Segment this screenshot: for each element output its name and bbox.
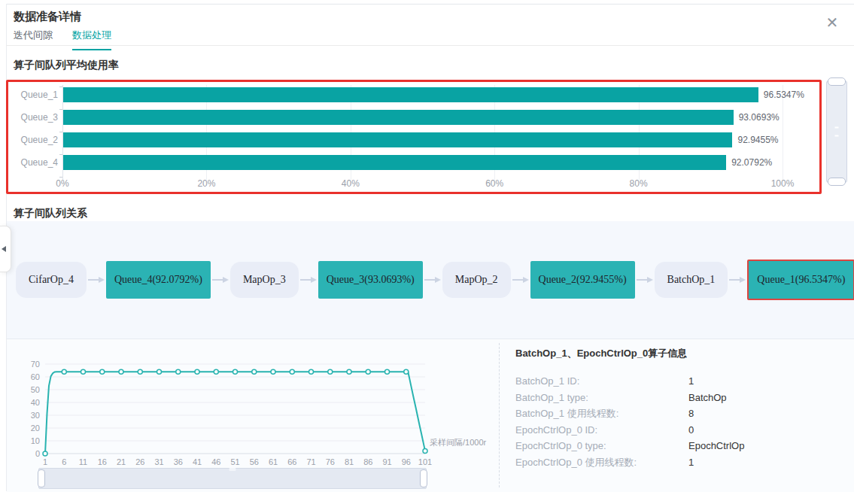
line-chart-y-tick-label: 30 xyxy=(31,411,40,420)
flow-node-queue[interactable]: Queue_3(93.0693%) xyxy=(318,261,423,299)
bar[interactable] xyxy=(63,110,734,125)
tab-data-processing[interactable]: 数据处理 xyxy=(72,29,111,50)
line-chart-x-tick-label: 46 xyxy=(211,457,220,466)
bar[interactable] xyxy=(63,87,758,102)
info-row-label: EpochCtrlOp_0 ID: xyxy=(515,422,688,439)
line-marker[interactable] xyxy=(81,369,86,374)
tab-bar: 迭代间隙 数据处理 xyxy=(14,29,111,50)
datazoom-handle-bottom[interactable] xyxy=(828,178,846,186)
line-chart-x-tick-label: 86 xyxy=(363,457,372,466)
bar-chart-x-tick-label: 100% xyxy=(771,178,795,189)
flow-node-operator[interactable]: CifarOp_4 xyxy=(16,262,87,298)
line-marker[interactable] xyxy=(195,369,199,374)
line-chart-x-tick-label: 76 xyxy=(326,457,335,466)
flow-node-operator[interactable]: BatchOp_1 xyxy=(655,262,728,298)
bar-category-label: Queue_3 xyxy=(10,110,58,125)
bar-chart-tick xyxy=(59,87,62,87)
bar-chart-x-tick-label: 40% xyxy=(342,178,360,189)
tab-bar-divider xyxy=(6,45,854,46)
info-row: BatchOp_1 使用线程数:8 xyxy=(515,405,846,422)
bar-chart-tick xyxy=(59,109,62,110)
line-series[interactable] xyxy=(45,372,425,454)
tab-iteration-gap[interactable]: 迭代间隙 xyxy=(14,29,53,50)
line-chart-y-tick-label: 70 xyxy=(31,360,40,369)
line-marker[interactable] xyxy=(252,369,257,374)
line-chart-axis-name: 采样间隔/1000r xyxy=(430,437,486,448)
flow-node-operator[interactable]: MapOp_2 xyxy=(442,262,511,298)
info-panel-title: BatchOp_1、EpochCtrlOp_0算子信息 xyxy=(515,347,846,360)
bar-category-label: Queue_2 xyxy=(10,132,58,147)
line-marker[interactable] xyxy=(119,369,123,374)
collapse-handle[interactable] xyxy=(0,226,11,272)
queue-usage-bar-chart: Queue_196.5347%Queue_393.0693%Queue_292.… xyxy=(6,80,822,194)
datazoom-handle-top[interactable] xyxy=(828,77,846,86)
bar-value-label: 92.0792% xyxy=(731,155,772,170)
line-chart-x-tick-label: 1 xyxy=(43,457,47,466)
line-chart-x-tick-label: 31 xyxy=(154,457,163,466)
data-prep-dialog: 数据准备详情 ✕ 迭代间隙 数据处理 算子间队列平均使用率 Queue_196.… xyxy=(0,0,854,504)
bar-value-label: 93.0693% xyxy=(739,110,780,125)
line-chart-y-tick-label: 20 xyxy=(31,424,40,433)
line-marker[interactable] xyxy=(138,369,142,374)
bar-chart-x-tick-label: 60% xyxy=(485,178,503,189)
line-chart-x-tick-label: 26 xyxy=(135,457,144,466)
info-row-value: BatchOp xyxy=(688,390,727,406)
line-chart-y-tick-label: 50 xyxy=(31,385,40,394)
flow-arrow-icon xyxy=(637,277,653,283)
line-chart-x-tick-label: 21 xyxy=(117,457,126,466)
line-marker[interactable] xyxy=(62,369,66,374)
flow-node-queue[interactable]: Queue_4(92.0792%) xyxy=(106,261,211,299)
bar-chart-tick xyxy=(59,132,62,132)
line-chart-x-tick-label: 61 xyxy=(269,457,278,466)
line-chart-y-tick-label: 40 xyxy=(31,398,40,407)
line-marker[interactable] xyxy=(271,369,275,374)
page-title: 数据准备详情 xyxy=(14,10,81,24)
datazoom-handle-left[interactable] xyxy=(38,469,45,487)
line-marker[interactable] xyxy=(328,369,333,374)
operator-info-panel: BatchOp_1、EpochCtrlOp_0算子信息 BatchOp_1 ID… xyxy=(515,339,846,470)
line-marker[interactable] xyxy=(233,369,238,374)
info-row-label: BatchOp_1 使用线程数: xyxy=(515,405,688,422)
info-row: EpochCtrlOp_0 使用线程数:1 xyxy=(515,454,846,471)
line-chart-x-tick-label: 66 xyxy=(287,457,296,466)
info-row: EpochCtrlOp_0 ID:0 xyxy=(515,422,846,439)
line-chart-x-tick-label: 81 xyxy=(345,457,354,466)
info-row-label: BatchOp_1 type: xyxy=(515,390,688,406)
line-marker[interactable] xyxy=(309,369,314,374)
line-chart-x-tick-label: 16 xyxy=(98,457,107,466)
line-chart-x-tick-label: 71 xyxy=(306,457,315,466)
queue-usage-title: 算子间队列平均使用率 xyxy=(14,59,119,72)
line-marker[interactable] xyxy=(366,369,370,374)
flow-arrow-icon xyxy=(729,277,746,283)
bar-category-label: Queue_4 xyxy=(10,155,58,170)
line-marker[interactable] xyxy=(100,369,105,374)
line-marker[interactable] xyxy=(176,369,181,374)
flow-node-operator[interactable]: MapOp_3 xyxy=(230,262,299,298)
line-marker[interactable] xyxy=(157,369,162,374)
info-row-label: BatchOp_1 ID: xyxy=(515,373,688,390)
line-marker[interactable] xyxy=(404,369,409,374)
flow-arrow-icon xyxy=(212,277,229,283)
flow-node-queue[interactable]: Queue_2(92.9455%) xyxy=(530,261,635,299)
flow-node-queue[interactable]: Queue_1(96.5347%) xyxy=(747,260,854,300)
flow-arrow-icon xyxy=(424,277,441,283)
bar-chart-tick xyxy=(59,177,62,178)
datazoom-handle-right[interactable] xyxy=(420,469,427,487)
bar[interactable] xyxy=(63,155,726,170)
detail-section: 0102030405060701611162126313641465156616… xyxy=(7,339,854,492)
line-marker[interactable] xyxy=(290,369,294,374)
bar[interactable] xyxy=(63,132,732,147)
line-marker[interactable] xyxy=(347,369,351,374)
line-marker[interactable] xyxy=(385,369,390,374)
horizontal-datazoom-slider[interactable] xyxy=(38,468,427,489)
info-row-label: EpochCtrlOp_0 使用线程数: xyxy=(515,454,688,471)
close-icon[interactable]: ✕ xyxy=(822,12,843,33)
line-marker[interactable] xyxy=(423,449,427,454)
flow-arrow-icon xyxy=(300,277,317,283)
bar-value-label: 96.5347% xyxy=(764,87,804,102)
chevron-left-icon xyxy=(2,246,6,252)
line-marker[interactable] xyxy=(214,369,218,374)
line-marker[interactable] xyxy=(43,451,47,456)
vertical-datazoom-slider[interactable] xyxy=(826,80,847,183)
datazoom-grip-icon xyxy=(229,468,236,471)
